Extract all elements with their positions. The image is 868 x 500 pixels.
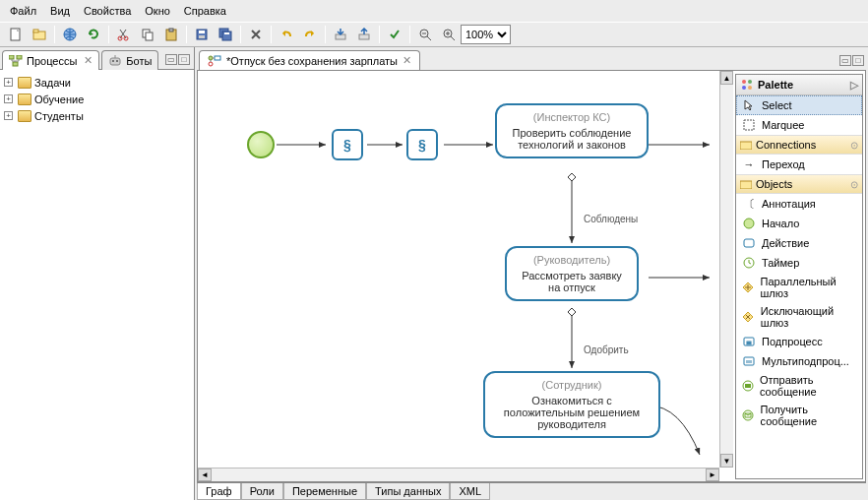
save-all-button[interactable] — [215, 24, 236, 45]
svg-rect-12 — [199, 35, 205, 38]
bottom-tab-variables[interactable]: Переменные — [283, 483, 366, 500]
tree-item[interactable]: + Задачи — [2, 74, 192, 91]
bottom-tab-xml[interactable]: XML — [450, 483, 490, 500]
expand-icon[interactable]: + — [4, 94, 13, 103]
redo-button[interactable] — [299, 24, 321, 45]
palette-header[interactable]: Palette ▷ — [736, 75, 862, 95]
delete-button[interactable] — [245, 24, 267, 45]
script-node-2[interactable]: § — [406, 129, 438, 160]
zoom-in-button[interactable] — [438, 24, 460, 45]
palette-item-annotation[interactable]: 〔Аннотация — [736, 194, 862, 214]
hscrollbar[interactable]: ◄► — [198, 468, 719, 481]
zoom-select[interactable]: 100% — [461, 25, 511, 44]
multisub-icon — [742, 354, 756, 368]
palette-item-exclusive-gateway[interactable]: Исключающий шлюз — [736, 302, 862, 332]
check-button[interactable] — [384, 24, 405, 45]
pin-icon[interactable]: ⊙ — [850, 179, 858, 190]
bottom-tab-roles[interactable]: Роли — [241, 483, 283, 500]
tree-item[interactable]: + Обучение — [2, 91, 192, 107]
svg-rect-7 — [146, 32, 153, 40]
start-icon — [742, 217, 756, 230]
zoom-out-button[interactable] — [414, 24, 436, 45]
svg-rect-33 — [215, 56, 220, 60]
close-icon[interactable]: ✕ — [84, 54, 93, 67]
palette-item-transition[interactable]: → Переход — [736, 155, 862, 174]
task-node-inspector[interactable]: (Инспектор КС) Проверить соблюдение техн… — [495, 103, 649, 158]
script-node-1[interactable]: § — [332, 129, 363, 160]
folder-icon — [18, 110, 31, 122]
toolbar: 100% — [0, 22, 868, 47]
bot-icon — [108, 55, 122, 67]
svg-rect-25 — [9, 55, 14, 59]
palette-item-subprocess[interactable]: Подпроцесс — [736, 332, 862, 351]
start-node[interactable] — [247, 131, 275, 158]
palette-item-timer[interactable]: Таймер — [736, 253, 862, 273]
edge-label: Соблюдены — [584, 214, 638, 224]
bottom-tab-graph[interactable]: Граф — [197, 483, 241, 500]
node-role: (Сотрудник) — [493, 379, 651, 391]
menu-properties[interactable]: Свойства — [78, 2, 137, 20]
palette-item-multisubprocess[interactable]: Мультиподпроц... — [736, 351, 862, 371]
paste-button[interactable] — [160, 24, 182, 45]
palette-item-parallel-gateway[interactable]: Параллельный шлюз — [736, 273, 862, 302]
svg-rect-11 — [199, 31, 205, 33]
palette-item-start[interactable]: Начало — [736, 214, 862, 233]
close-icon[interactable]: ✕ — [403, 54, 411, 67]
sidebar-tab-bots[interactable]: Боты — [101, 50, 158, 70]
minimize-view-button[interactable]: ▭ — [165, 54, 177, 65]
globe-button[interactable] — [59, 24, 81, 45]
editor-tab[interactable]: *Отпуск без сохранения зарплаты ✕ — [199, 50, 420, 70]
new-folder-button[interactable] — [29, 24, 50, 45]
palette-item-send[interactable]: Отправить сообщение — [736, 371, 862, 401]
undo-button[interactable] — [276, 24, 297, 45]
svg-rect-56 — [745, 384, 751, 388]
svg-point-32 — [209, 56, 213, 60]
folder-icon — [740, 179, 752, 189]
svg-point-42 — [742, 80, 746, 84]
task-node-employee[interactable]: (Сотрудник) Ознакомиться с положительным… — [483, 371, 660, 438]
maximize-editor-button[interactable]: □ — [852, 55, 864, 66]
maximize-view-button[interactable]: □ — [178, 54, 190, 65]
pal-label: Получить сообщение — [761, 404, 856, 427]
svg-point-34 — [209, 62, 213, 66]
svg-point-43 — [748, 80, 752, 84]
vscrollbar[interactable]: ▲▼ — [719, 71, 733, 468]
palette-item-receive[interactable]: Получить сообщение — [736, 401, 862, 430]
cut-button[interactable] — [113, 24, 135, 45]
import-button[interactable] — [330, 24, 351, 45]
sidebar-tab-processes[interactable]: Процессы ✕ — [2, 50, 99, 70]
export-button[interactable] — [353, 24, 375, 45]
palette-group-connections[interactable]: Connections ⊙ — [736, 135, 862, 155]
pal-label: Marquee — [762, 119, 804, 131]
project-tree[interactable]: + Задачи + Обучение + Студенты — [0, 70, 194, 500]
menu-window[interactable]: Окно — [139, 2, 176, 20]
task-node-manager[interactable]: (Руководитель) Рассмотреть заявку на отп… — [505, 246, 639, 301]
new-button[interactable] — [5, 24, 27, 45]
marquee-icon — [742, 118, 756, 132]
collapse-icon[interactable]: ▷ — [850, 79, 858, 92]
process-icon — [208, 55, 221, 67]
minimize-editor-button[interactable]: ▭ — [839, 55, 851, 66]
expand-icon[interactable]: + — [4, 111, 13, 120]
menu-help[interactable]: Справка — [178, 2, 232, 20]
tree-item[interactable]: + Студенты — [2, 107, 192, 124]
palette-group-objects[interactable]: Objects ⊙ — [736, 174, 862, 194]
copy-button[interactable] — [137, 24, 158, 45]
svg-rect-9 — [169, 29, 173, 31]
diagram-canvas[interactable]: § § (Инспектор КС) Проверить соблюдение … — [198, 71, 719, 468]
pal-label: Аннотация — [762, 198, 816, 210]
save-button[interactable] — [191, 24, 213, 45]
refresh-button[interactable] — [83, 24, 104, 45]
svg-line-19 — [427, 36, 431, 40]
pal-label: Исключающий шлюз — [761, 305, 856, 329]
palette-item-action[interactable]: Действие — [736, 233, 862, 253]
bottom-tab-datatypes[interactable]: Типы данных — [366, 483, 450, 500]
menu-view[interactable]: Вид — [44, 2, 76, 20]
expand-icon[interactable]: + — [4, 78, 13, 87]
palette-marquee-tool[interactable]: Marquee — [736, 115, 862, 135]
folder-icon — [18, 77, 31, 89]
pin-icon[interactable]: ⊙ — [850, 140, 858, 151]
menu-file[interactable]: Файл — [4, 2, 42, 20]
sidebar-tab-label: Боты — [126, 55, 152, 67]
palette-select-tool[interactable]: Select — [736, 95, 862, 115]
